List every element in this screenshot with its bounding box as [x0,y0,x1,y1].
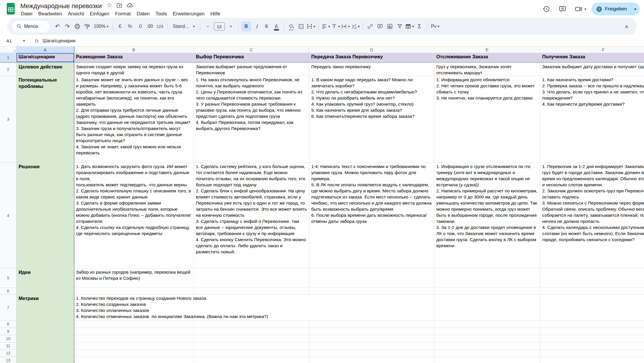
row-header-6[interactable]: 6 [0,288,17,295]
cell-D11[interactable] [309,342,434,350]
cell-B9[interactable] [74,328,194,335]
cell-B5[interactable]: Забор из разных городов (например, перев… [74,268,194,288]
python-button[interactable]: Pv ▾ [430,21,441,31]
frozen-column-divider[interactable] [73,46,75,363]
menu-tools[interactable]: Tools [153,10,170,17]
cell-C6[interactable] [194,288,309,295]
italic-button[interactable]: I [252,21,261,31]
hide-toolbar-button[interactable]: ∧ [622,21,631,31]
cell-F2[interactable]: Заказчик выбирает дату доставки и получа… [540,63,644,76]
insert-chart-button[interactable] [386,21,394,31]
cell-A9[interactable] [17,328,74,335]
column-header-A[interactable]: A [17,46,74,53]
horizontal-align-button[interactable]: ▾ [321,21,330,31]
row-header-5[interactable]: 5 [0,268,17,288]
cell-F13[interactable] [540,357,644,363]
cell-C3[interactable]: 1. На заказ откликнулось много Перевозчи… [194,76,309,163]
cell-F8[interactable] [540,321,644,328]
cell-E4[interactable]: 1. Информация о грузе отслеживается по г… [434,163,540,268]
cell-F3[interactable]: 1. Как назначить время доставки? 2. Пров… [540,76,644,163]
menu-einfuegen[interactable]: Einfügen [87,10,112,17]
cell-E5[interactable] [434,268,540,288]
row-header-4[interactable]: 4 [0,163,17,268]
bold-button[interactable]: B [241,21,251,31]
row-header-8[interactable]: 8 [0,321,17,328]
document-title[interactable]: Международные перевозки [20,2,102,10]
column-header-F[interactable]: F [540,46,644,53]
font-select[interactable]: Stand... ▾ [171,21,197,31]
column-header-E[interactable]: E [434,46,540,53]
cell-C4[interactable]: 1. Сделать систему рейтинга, у кого боль… [194,163,309,268]
row-header-3[interactable]: 3 [0,76,17,163]
cell-C2[interactable]: Заказчик выбирает разные предложения от … [194,63,309,76]
cell-B4[interactable]: 1. Дать возможность загрузить фото груза… [74,163,194,268]
functions-button[interactable]: Σ [415,21,424,31]
column-header-C[interactable]: C [194,46,309,53]
cell-B6[interactable] [74,288,194,295]
cell-F11[interactable] [540,342,644,350]
merge-cells-button[interactable]: ▾ [307,21,315,31]
cell-C12[interactable] [194,350,309,357]
column-header-D[interactable]: D [309,46,434,53]
cell-D6[interactable] [309,288,434,295]
cell-B11[interactable] [74,342,194,350]
menu-datei[interactable]: Datei [18,10,35,17]
cell-B7[interactable]: 1. Количество переходов на страницу созд… [74,295,308,321]
menu-ansicht[interactable]: Ansicht [65,10,87,17]
cell-F10[interactable] [540,335,644,342]
name-box[interactable]: A1 ▾ [0,38,28,43]
cell-D9[interactable] [309,328,434,335]
borders-button[interactable] [297,21,305,31]
menus-search-button[interactable]: Menüs [12,21,50,32]
cell-C1[interactable]: Выбор Перевозчика [194,53,309,62]
format-percent-button[interactable]: % [126,21,134,31]
cell-F9[interactable] [540,328,644,335]
frozen-row-divider[interactable] [0,62,644,63]
create-filter-button[interactable] [395,21,404,31]
undo-button[interactable]: ↶ [53,21,62,31]
redo-button[interactable]: ↷ [63,21,72,31]
video-call-dropdown-icon[interactable]: ▾ [584,7,586,11]
cell-A10[interactable] [17,335,74,342]
cell-B3[interactable]: 1. Заказчик может не знать всех данных о… [74,76,194,163]
cell-A2[interactable]: Целевое действие [17,63,74,76]
cell-D2[interactable]: Передать заказ перевозчику [309,63,434,76]
share-button-main[interactable]: Freigeben [591,3,631,15]
cell-E8[interactable] [434,321,540,328]
select-all-corner[interactable] [0,46,17,53]
cell-F5[interactable] [540,268,644,288]
cell-A7[interactable]: Метрики [17,295,74,321]
column-header-B[interactable]: B [74,46,194,53]
cell-A5[interactable]: Идеи [17,268,74,288]
comments-icon[interactable] [559,5,566,13]
text-color-button[interactable]: A [272,21,281,31]
cell-C10[interactable] [194,335,309,342]
menu-erweiterungen[interactable]: Erweiterungen [170,10,208,17]
paint-format-button[interactable] [83,21,91,31]
row-header-1[interactable]: 1 [0,53,17,62]
decrease-font-size-button[interactable]: − [203,21,212,31]
font-size-input[interactable]: 12 [214,22,225,30]
row-header-12[interactable]: 12 [0,350,17,357]
cell-A6[interactable] [17,288,74,295]
decrease-decimal-button[interactable]: .0 [135,21,144,31]
cell-D1[interactable]: Передача Заказа Перевозчику [309,53,434,62]
text-rotation-button[interactable]: A ▾ [351,21,360,31]
cell-A11[interactable] [17,342,74,350]
cell-C13[interactable] [194,357,309,363]
cell-D8[interactable] [309,321,434,328]
cell-A12[interactable] [17,350,74,357]
cell-E11[interactable] [434,342,540,350]
menu-daten[interactable]: Daten [134,10,153,17]
cell-B13[interactable] [74,357,194,363]
cell-E6[interactable] [434,288,540,295]
cell-B1[interactable]: Размещение Заказа [74,53,194,62]
row-header-9[interactable]: 9 [0,328,17,335]
insert-comment-button[interactable] [376,21,384,31]
cell-A3[interactable]: Потенциальные проблемы [17,76,74,163]
formula-input[interactable]: Шаги/сценарии [43,38,75,44]
name-box-dropdown-icon[interactable]: ▾ [23,39,25,43]
increase-decimal-button[interactable]: .00 [145,21,154,31]
strikethrough-button[interactable]: S [262,21,271,31]
cell-C8[interactable] [194,321,309,328]
